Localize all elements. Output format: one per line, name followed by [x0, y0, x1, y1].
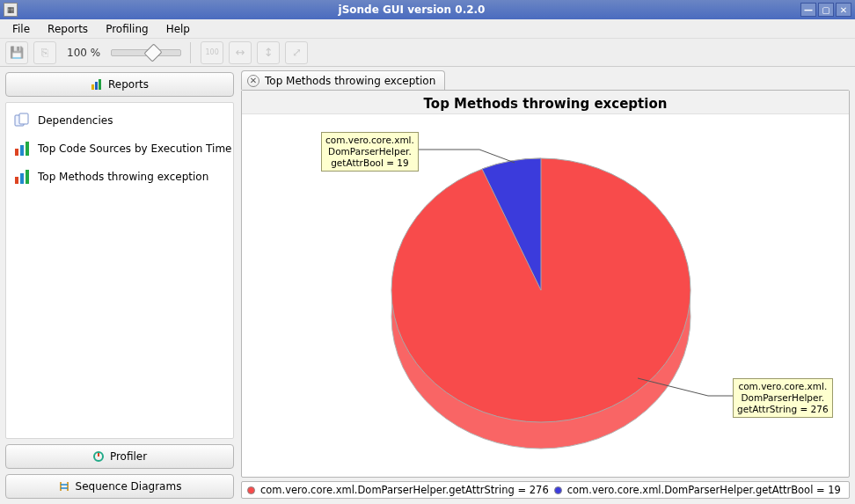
svg-rect-7: [26, 142, 29, 156]
svg-rect-9: [20, 173, 24, 184]
menu-file[interactable]: File: [5, 21, 37, 37]
zoom-slider[interactable]: [111, 49, 181, 56]
bar-chart-icon: [13, 140, 31, 157]
maximize-button[interactable]: ▢: [818, 3, 834, 17]
svg-rect-1: [95, 82, 98, 90]
main-split: Reports Dependencies Top Code Sources by…: [0, 67, 855, 504]
minimize-button[interactable]: —: [800, 3, 816, 17]
fit-width-icon[interactable]: ↔: [229, 41, 252, 64]
sequence-panel-label: Sequence Diagrams: [76, 480, 182, 493]
fit-height-icon[interactable]: ↕: [257, 41, 280, 64]
profiler-panel-button[interactable]: Profiler: [5, 444, 234, 469]
svg-rect-2: [99, 79, 101, 90]
legend-item-2: com.vero.core.xml.DomParserHelper.getAtt…: [567, 484, 841, 496]
menu-help[interactable]: Help: [159, 21, 197, 37]
svg-rect-4: [19, 113, 28, 124]
svg-rect-8: [15, 177, 18, 184]
zoom-label: 100 %: [62, 47, 106, 59]
app-icon: ▦: [4, 3, 18, 17]
sequence-panel-button[interactable]: Sequence Diagrams: [5, 474, 234, 499]
svg-rect-5: [15, 149, 18, 156]
toolbar: 💾 ⎘ 100 % 100 ↔ ↕ ⤢: [0, 39, 855, 67]
fit-page-icon[interactable]: ⤢: [285, 41, 308, 64]
reports-icon: [91, 78, 103, 91]
tab-strip: ✕ Top Methods throwing exception: [241, 70, 850, 90]
reports-panel-button[interactable]: Reports: [5, 72, 234, 97]
legend-dot-red: [247, 486, 255, 494]
content-pane: ✕ Top Methods throwing exception Top Met…: [239, 67, 855, 504]
profiler-panel-label: Profiler: [110, 450, 147, 463]
sidebar-item-label: Top Methods throwing exception: [38, 171, 208, 183]
chart-area: com.vero.core.xml. DomParserHelper. getA…: [242, 114, 849, 477]
sidebar-item-top-methods-exception[interactable]: Top Methods throwing exception: [6, 163, 233, 191]
sidebar: Reports Dependencies Top Code Sources by…: [0, 67, 239, 504]
menubar: File Reports Profiling Help: [0, 19, 855, 39]
save-icon[interactable]: 💾: [5, 41, 28, 64]
menu-profiling[interactable]: Profiling: [99, 21, 156, 37]
chart-legend: com.vero.core.xml.DomParserHelper.getAtt…: [241, 481, 850, 499]
zoom-100-icon[interactable]: 100: [201, 41, 223, 64]
window-titlebar: ▦ jSonde GUI version 0.2.0 — ▢ ✕: [0, 0, 855, 19]
tab-top-methods-exception[interactable]: ✕ Top Methods throwing exception: [241, 70, 445, 90]
sequence-icon: [58, 480, 70, 493]
svg-rect-6: [20, 145, 24, 156]
svg-rect-10: [26, 170, 29, 184]
legend-dot-blue: [554, 486, 562, 494]
sidebar-item-label: Dependencies: [38, 114, 113, 127]
menu-reports[interactable]: Reports: [40, 21, 95, 37]
svg-rect-0: [91, 84, 94, 90]
reports-list: Dependencies Top Code Sources by Executi…: [5, 102, 234, 439]
tab-label: Top Methods throwing exception: [265, 75, 435, 87]
chart-title: Top Methods throwing exception: [242, 91, 849, 114]
callout-blue-slice: com.vero.core.xml. DomParserHelper. getA…: [321, 132, 419, 172]
tab-close-icon[interactable]: ✕: [247, 75, 259, 87]
sidebar-item-dependencies[interactable]: Dependencies: [6, 106, 233, 135]
toolbar-separator: [190, 42, 192, 63]
window-buttons: — ▢ ✕: [800, 3, 851, 17]
reports-panel-label: Reports: [108, 78, 149, 91]
sidebar-item-top-code-sources[interactable]: Top Code Sources by Execution Time: [6, 135, 233, 163]
export-icon[interactable]: ⎘: [33, 41, 56, 64]
legend-item-1: com.vero.core.xml.DomParserHelper.getAtt…: [260, 484, 549, 496]
bar-chart-icon: [13, 168, 31, 186]
sidebar-item-label: Top Code Sources by Execution Time: [38, 142, 231, 155]
close-button[interactable]: ✕: [836, 3, 851, 17]
zoom-slider-thumb[interactable]: [144, 43, 163, 62]
chart-frame: Top Methods throwing exception: [241, 90, 850, 478]
window-title: jSonde GUI version 0.2.0: [23, 4, 800, 16]
callout-red-slice: com.vero.core.xml. DomParserHelper. getA…: [733, 378, 833, 418]
profiler-icon: [92, 450, 105, 463]
dependencies-icon: [13, 112, 31, 129]
